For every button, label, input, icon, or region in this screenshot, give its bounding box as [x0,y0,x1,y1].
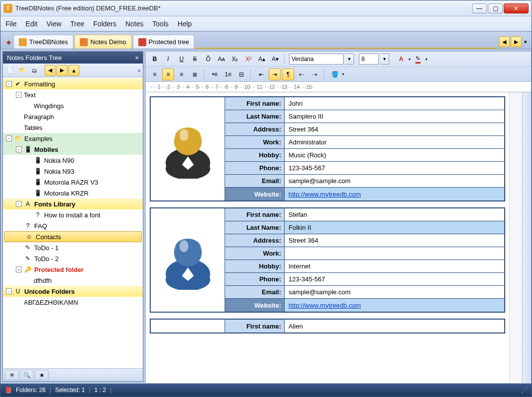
tree-item[interactable]: 📱Nokia N93 [3,166,143,177]
website-link[interactable]: http://www.mytreedb.com [289,191,361,198]
menu-file[interactable]: File [5,20,17,28]
overline-button[interactable]: Ō [202,53,214,65]
bold-button[interactable]: B [149,53,161,65]
nav-back-button[interactable]: ◀ [45,65,56,76]
decrease-indent-button[interactable]: ⇠ [296,68,307,80]
expand-icon[interactable]: - [16,201,22,207]
tree-item[interactable]: ✎ToDo - 2 [3,253,143,264]
tab-home-icon[interactable]: ◆ [3,36,13,49]
toolbar-overflow-icon[interactable]: » [137,67,141,74]
field-value[interactable]: Street 364 [285,123,504,135]
field-value[interactable]: http://www.mytreedb.com [285,299,504,312]
shrink-font-button[interactable]: A▾ [269,53,281,65]
tree-item[interactable]: -✔Formatting [3,78,143,89]
document-content[interactable]: First name:JohnLast Name:Samplero IIIAdd… [146,92,509,383]
tree-item[interactable]: -📁Examples [3,133,143,144]
subscript-button[interactable]: X₂ [229,53,241,65]
field-value[interactable]: 123-345-567 [285,162,504,174]
tree-tool-icon[interactable]: 🗂 [29,65,40,76]
close-button[interactable]: ✕ [504,3,529,13]
doc-tab-0[interactable]: TreeDBNotes [13,35,73,49]
font-name-dropdown-icon[interactable]: ▼ [345,54,354,65]
tree-item[interactable]: -📱Mobiles [3,144,143,155]
italic-button[interactable]: I [162,53,174,65]
tree-item[interactable]: -UUnicode Folders [3,286,143,297]
tree-item[interactable]: 📱Motorola RAZR V3 [3,177,143,188]
website-link[interactable]: http://www.mytreedb.com [289,302,361,309]
tree-item[interactable]: 📱Nokia N90 [3,155,143,166]
expand-icon[interactable]: - [16,266,22,272]
tree-item[interactable]: ☺Contacts [4,231,142,242]
tree-item[interactable]: -AFonts Library [3,198,143,209]
tab-menu-button[interactable]: ▾ [523,36,529,47]
tree-item[interactable]: 📱Motorola KRZR [3,188,143,198]
vertical-scrollbar[interactable] [522,92,531,383]
field-value[interactable]: 123-345-567 [285,273,504,285]
expand-icon[interactable]: - [6,135,12,141]
field-value[interactable]: Folkin II [285,221,504,234]
field-value[interactable]: Alien [285,320,504,332]
tree-item[interactable]: Paragraph [3,111,143,122]
titlebar[interactable]: T TreeDBNotes (Free edition) DEMO_FREE.t… [0,0,532,16]
field-value[interactable]: Stefan [285,208,504,221]
field-value[interactable]: Street 364 [285,234,504,247]
new-folder-icon[interactable]: 📁 [17,65,28,76]
field-value[interactable]: John [285,97,504,110]
menu-help[interactable]: Help [177,20,192,28]
grow-font-button[interactable]: A▴ [256,53,268,65]
doc-tab-1[interactable]: Notes Demo [74,35,131,49]
field-value[interactable]: Internet [285,260,504,272]
tab-favorites-icon[interactable]: ★ [35,370,49,380]
align-right-button[interactable]: ≡ [176,68,187,80]
font-color-button[interactable]: A [395,53,407,65]
highlight-color-button[interactable]: ✎ [412,53,424,65]
menu-view[interactable]: View [47,20,61,28]
indent-button[interactable]: ⇥ [269,68,281,80]
maximize-button[interactable]: ▢ [488,3,503,13]
casechange-button[interactable]: Aᴀ [216,53,228,65]
field-value[interactable]: sample@sample.com [285,175,504,187]
outdent-button[interactable]: ⇤ [255,68,267,80]
font-name-select[interactable]: Verdana [289,54,344,65]
align-center-button[interactable]: ≡ [162,68,174,80]
menu-folders[interactable]: Folders [93,20,117,28]
field-value[interactable]: sample@sample.com [285,286,504,298]
field-value[interactable]: http://www.mytreedb.com [285,188,504,200]
tab-next-button[interactable]: ▶ [511,36,522,47]
tab-tree-icon[interactable]: ✳ [5,370,19,380]
superscript-button[interactable]: X² [242,53,254,65]
tree-item[interactable]: ΑΒΓΔΕΖΗΘΙΚΛΜΝ [3,297,143,308]
doc-tab-2[interactable]: Protected tree [133,35,195,49]
tree-item[interactable]: Tables [3,122,143,133]
nav-up-button[interactable]: ▲ [68,65,79,76]
numbering-button[interactable]: 1≡ [222,68,234,80]
para-format-button[interactable]: ¶ [282,68,294,80]
tree-item[interactable]: ✎ToDo - 1 [3,242,143,253]
tree-item[interactable]: Wingdings [3,100,143,111]
nav-fwd-button[interactable]: ▶ [57,65,67,76]
tree-item[interactable]: -Text [3,89,143,100]
tree-item[interactable]: ?FAQ [3,220,143,231]
multilevel-button[interactable]: ⊟ [236,68,247,80]
panel-close-icon[interactable]: × [135,54,139,62]
tree-item[interactable]: -🔑Protected folder [3,264,143,275]
fill-color-button[interactable]: 🪣 [329,68,341,80]
menu-tools[interactable]: Tools [152,20,169,28]
expand-icon[interactable]: - [6,81,12,87]
tab-search-icon[interactable]: 🔍 [20,370,34,380]
vertical-ruler[interactable] [509,92,522,383]
expand-icon[interactable]: - [16,146,22,152]
bullets-button[interactable]: •≡ [209,68,221,80]
resize-grip-icon[interactable]: ⋰ [522,387,528,394]
font-size-select[interactable]: 8 [359,54,379,65]
menu-notes[interactable]: Notes [125,20,144,28]
menu-edit[interactable]: Edit [26,20,38,28]
tree-item[interactable]: dfhdfh [3,275,143,286]
increase-indent-button[interactable]: ⇢ [309,68,321,80]
field-value[interactable]: Music (Rock) [285,149,504,161]
minimize-button[interactable]: — [472,3,487,13]
font-size-dropdown-icon[interactable]: ▼ [380,54,389,65]
tree-item[interactable]: ?How to install a font [3,209,143,220]
expand-icon[interactable]: - [6,288,12,294]
horizontal-ruler[interactable]: · · ·1· · ·2· · ·3· · ·4· · ·5· · ·6· · … [145,81,532,92]
